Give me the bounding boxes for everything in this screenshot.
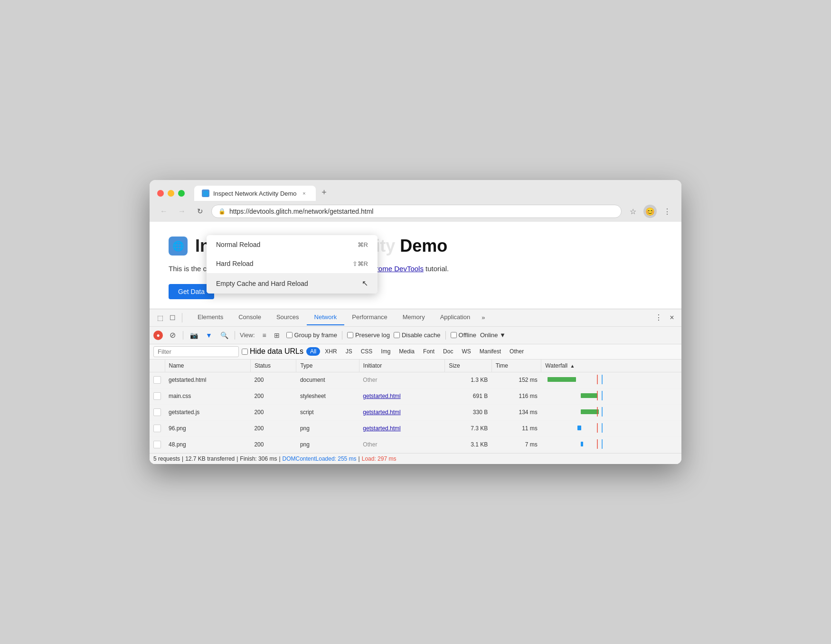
table-row[interactable]: 48.png 200 png Other 3.1 KB 7 ms [150, 436, 681, 453]
filter-button[interactable]: ▼ [203, 330, 215, 341]
col-waterfall[interactable]: Waterfall ▲ [541, 360, 681, 372]
cell-type: png [296, 436, 359, 453]
minimize-button[interactable] [168, 190, 174, 197]
cell-size: 7.3 KB [445, 420, 491, 436]
devtools-close-button[interactable]: × [666, 312, 678, 323]
url-bar[interactable]: 🔒 https://devtools.glitch.me/network/get… [211, 205, 622, 218]
col-initiator[interactable]: Initiator [359, 360, 444, 372]
tab-performance[interactable]: Performance [344, 310, 395, 325]
disable-cache-label[interactable]: Disable cache [394, 331, 441, 339]
cell-name[interactable]: 96.png [165, 420, 250, 436]
user-avatar[interactable]: 😊 [643, 205, 657, 218]
record-button[interactable]: ● [153, 331, 163, 340]
disable-cache-checkbox[interactable] [394, 332, 400, 338]
svg-rect-12 [581, 442, 583, 446]
table-row[interactable]: main.css 200 stylesheet getstarted.html … [150, 388, 681, 404]
video-button[interactable]: 📷 [188, 330, 199, 341]
inspect-element-icon[interactable]: ⬚ [155, 313, 165, 322]
address-bar: ← → ↻ 🔒 https://devtools.glitch.me/netwo… [150, 201, 681, 222]
col-status[interactable]: Status [250, 360, 296, 372]
clear-button[interactable]: ⊘ [167, 330, 178, 341]
hide-data-urls-container: Hide data URLs [242, 347, 303, 356]
offline-label[interactable]: Offline [451, 331, 476, 339]
initiator-link[interactable]: getstarted.html [363, 425, 400, 432]
filter-doc[interactable]: Doc [439, 347, 457, 356]
preserve-log-label[interactable]: Preserve log [347, 331, 390, 339]
network-table-header: Name Status Type Initiator Size Time Wat… [150, 360, 681, 372]
group-by-frame-checkbox[interactable] [286, 332, 293, 338]
context-menu: Normal Reload ⌘R Hard Reload ⇧⌘R Empty C… [207, 235, 378, 294]
cell-name[interactable]: getstarted.js [165, 404, 250, 420]
filter-js[interactable]: JS [342, 347, 356, 356]
hard-reload-label: Hard Reload [216, 260, 254, 267]
search-button[interactable]: 🔍 [218, 330, 230, 341]
cell-status: 200 [250, 436, 296, 453]
row-checkbox[interactable] [153, 408, 161, 416]
browser-tab[interactable]: 🌐 Inspect Network Activity Demo × [194, 186, 316, 201]
hard-reload-shortcut: ⇧⌘R [352, 260, 368, 267]
filter-css[interactable]: CSS [357, 347, 377, 356]
reload-button[interactable]: ↻ [193, 205, 207, 218]
filter-other[interactable]: Other [506, 347, 528, 356]
context-menu-empty-cache[interactable]: Empty Cache and Hard Reload ↖ [207, 273, 378, 294]
menu-button[interactable]: ⋮ [661, 205, 674, 218]
filter-input[interactable] [153, 346, 239, 357]
tab-memory[interactable]: Memory [395, 310, 433, 325]
list-view-button[interactable]: ≡ [259, 330, 270, 341]
toolbar-separator-4 [445, 331, 446, 340]
star-button[interactable]: ☆ [626, 205, 640, 218]
cell-checkbox [150, 388, 165, 404]
col-size[interactable]: Size [445, 360, 491, 372]
row-checkbox[interactable] [153, 376, 161, 384]
col-time[interactable]: Time [491, 360, 541, 372]
status-requests: 5 requests [153, 455, 180, 462]
tab-console[interactable]: Console [231, 310, 269, 325]
tab-application[interactable]: Application [433, 310, 478, 325]
tab-more-button[interactable]: » [478, 310, 489, 325]
grouped-view-button[interactable]: ⊞ [271, 330, 283, 341]
group-by-frame-label[interactable]: Group by frame [286, 331, 337, 339]
close-button[interactable] [157, 190, 164, 197]
cell-type: document [296, 372, 359, 388]
table-row[interactable]: getstarted.js 200 script getstarted.html… [150, 404, 681, 420]
filter-ws[interactable]: WS [458, 347, 474, 356]
row-checkbox[interactable] [153, 425, 161, 432]
tab-elements[interactable]: Elements [190, 310, 231, 325]
filter-all[interactable]: All [306, 347, 320, 356]
context-menu-normal-reload[interactable]: Normal Reload ⌘R [207, 235, 378, 254]
back-button[interactable]: ← [157, 205, 170, 218]
col-name[interactable]: Name [165, 360, 250, 372]
filter-xhr[interactable]: XHR [321, 347, 340, 356]
context-menu-hard-reload[interactable]: Hard Reload ⇧⌘R [207, 254, 378, 273]
cell-name[interactable]: main.css [165, 388, 250, 404]
table-row[interactable]: getstarted.html 200 document Other 1.3 K… [150, 372, 681, 388]
filter-img[interactable]: Img [377, 347, 394, 356]
offline-checkbox[interactable] [451, 332, 457, 338]
filter-tags: All XHR JS CSS Img Media Font Doc WS Man… [306, 347, 528, 356]
row-checkbox[interactable] [153, 392, 161, 400]
preserve-log-checkbox[interactable] [347, 332, 353, 338]
forward-button[interactable]: → [175, 205, 189, 218]
table-row[interactable]: 96.png 200 png getstarted.html 7.3 KB 11… [150, 420, 681, 436]
online-dropdown[interactable]: Online ▼ [480, 331, 506, 339]
tab-close-button[interactable]: × [301, 189, 308, 197]
initiator-link[interactable]: getstarted.html [363, 409, 400, 416]
hide-data-urls-checkbox[interactable] [242, 349, 248, 355]
network-table-container: Name Status Type Initiator Size Time Wat… [150, 360, 681, 453]
tab-network[interactable]: Network [307, 310, 345, 325]
cell-name[interactable]: getstarted.html [165, 372, 250, 388]
filter-manifest[interactable]: Manifest [476, 347, 505, 356]
device-toolbar-icon[interactable]: ☐ [168, 313, 177, 322]
new-tab-button[interactable]: + [318, 186, 331, 199]
col-type[interactable]: Type [296, 360, 359, 372]
tab-sources[interactable]: Sources [269, 310, 307, 325]
devtools-more-button[interactable]: ⋮ [653, 312, 664, 323]
maximize-button[interactable] [178, 190, 185, 197]
cell-name[interactable]: 48.png [165, 436, 250, 453]
initiator-link[interactable]: getstarted.html [363, 393, 400, 399]
filter-font[interactable]: Font [419, 347, 438, 356]
row-checkbox[interactable] [153, 441, 161, 448]
waterfall-bar-svg [545, 423, 612, 433]
tab-title: Inspect Network Activity Demo [213, 190, 297, 197]
filter-media[interactable]: Media [395, 347, 418, 356]
